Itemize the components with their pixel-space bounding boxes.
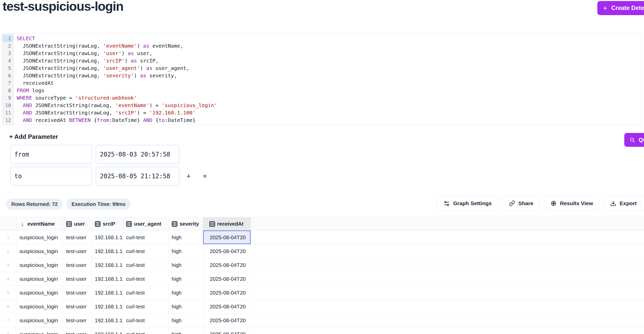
- column-header-eventname[interactable]: ↓ eventName: [16, 217, 63, 230]
- column-header-severity[interactable]: severity: [169, 217, 203, 230]
- sql-editor[interactable]: 123456789101112 SELECT JSONExtractString…: [2, 33, 642, 125]
- share-button[interactable]: Share: [503, 196, 540, 211]
- table-cell[interactable]: curl-test: [123, 314, 169, 327]
- table-cell[interactable]: high: [169, 286, 203, 299]
- code-line[interactable]: AND receivedAt BETWEEN {from:DateTime} A…: [17, 117, 642, 124]
- table-cell[interactable]: test-user: [63, 244, 92, 258]
- table-cell[interactable]: 192.168.1.100: [92, 286, 123, 299]
- table-cell[interactable]: test-user: [63, 231, 92, 244]
- code-line[interactable]: JSONExtractString(rawLog, 'severity') as…: [17, 72, 642, 79]
- create-detection-button[interactable]: + Create Detect: [597, 1, 644, 15]
- param-name-input-to[interactable]: [10, 167, 92, 186]
- table-cell[interactable]: 2025-08-04T20: [203, 327, 251, 334]
- overflow-action-button[interactable]: [640, 196, 644, 211]
- table-cell[interactable]: suspicious_login: [16, 231, 63, 244]
- code-line[interactable]: WHERE sourceType = 'structured-webhook': [17, 94, 642, 102]
- table-cell[interactable]: 2025-08-04T20: [203, 300, 251, 313]
- table-cell[interactable]: high: [169, 327, 203, 334]
- param-name-input-from[interactable]: [10, 145, 92, 164]
- results-view-button[interactable]: Results View: [544, 196, 599, 211]
- table-cell[interactable]: high: [169, 300, 203, 313]
- row-number-header: [0, 217, 16, 230]
- table-cell[interactable]: 192.168.1.100: [92, 258, 123, 272]
- code-line[interactable]: JSONExtractString(rawLog, 'user') as use…: [17, 50, 642, 57]
- table-cell[interactable]: 192.168.1.100: [92, 314, 123, 327]
- table-cell[interactable]: high: [169, 272, 203, 286]
- table-cell[interactable]: test-user: [63, 327, 92, 334]
- code-line[interactable]: SELECT: [17, 35, 642, 42]
- table-cell[interactable]: 192.168.1.100: [92, 272, 123, 286]
- table-cell[interactable]: high: [169, 231, 203, 244]
- table-cell[interactable]: test-user: [63, 300, 92, 313]
- table-cell[interactable]: suspicious_login: [16, 286, 63, 299]
- table-cell[interactable]: 2025-08-04T20: [203, 272, 251, 286]
- param-value-input-to[interactable]: [96, 167, 179, 186]
- table-cell[interactable]: curl-test: [123, 231, 169, 244]
- table-cell[interactable]: 2025-08-04T20: [203, 314, 251, 327]
- column-header-useragent[interactable]: user_agent: [123, 217, 169, 230]
- row-number: 8: [0, 327, 16, 334]
- table-cell[interactable]: curl-test: [123, 258, 169, 272]
- table-cell[interactable]: 192.168.1.100: [92, 231, 123, 244]
- table-cell[interactable]: suspicious_login: [16, 314, 63, 327]
- export-button[interactable]: Export: [604, 196, 643, 211]
- table-cell[interactable]: curl-test: [123, 272, 169, 286]
- table-cell[interactable]: 192.168.1.100: [92, 327, 123, 334]
- column-header-user[interactable]: user: [63, 217, 92, 230]
- table-cell[interactable]: high: [169, 244, 203, 258]
- table-cell[interactable]: suspicious_login: [16, 327, 63, 334]
- code-line[interactable]: JSONExtractString(rawLog, 'user_agent') …: [17, 65, 642, 72]
- sort-descending-icon[interactable]: ↓: [19, 221, 25, 227]
- line-number: 9: [2, 94, 13, 102]
- query-button[interactable]: Qu: [624, 133, 644, 147]
- table-cell[interactable]: test-user: [63, 272, 92, 286]
- table-row: 1suspicious_logintest-user192.168.1.100c…: [0, 231, 644, 244]
- code-line[interactable]: AND JSONExtractString(rawLog, 'srcIP') =…: [17, 109, 642, 117]
- editor-code[interactable]: SELECT JSONExtractString(rawLog, 'eventN…: [14, 34, 642, 125]
- table-cell[interactable]: suspicious_login: [16, 244, 63, 258]
- text-column-icon: [172, 221, 178, 227]
- table-cell[interactable]: curl-test: [123, 300, 169, 313]
- code-line[interactable]: receivedAt: [17, 79, 642, 87]
- query-button-label: Qu: [639, 137, 644, 143]
- column-header-receivedat[interactable]: receivedAt: [203, 217, 251, 230]
- table-cell[interactable]: curl-test: [123, 286, 169, 299]
- code-line[interactable]: JSONExtractString(rawLog, 'srcIP') as sr…: [17, 57, 642, 65]
- table-cell[interactable]: 2025-08-04T20: [203, 231, 251, 244]
- add-parameter-button[interactable]: + Add Parameter: [9, 133, 58, 140]
- table-cell[interactable]: high: [169, 258, 203, 272]
- code-line[interactable]: JSONExtractString(rawLog, 'eventName') a…: [17, 42, 642, 50]
- row-filler: [251, 327, 644, 334]
- remove-parameter-row-button[interactable]: ×: [199, 167, 211, 186]
- table-cell[interactable]: 2025-08-04T20: [203, 286, 251, 299]
- table-cell[interactable]: test-user: [63, 314, 92, 327]
- link-icon: [509, 200, 515, 206]
- table-cell[interactable]: 192.168.1.100: [92, 244, 123, 258]
- add-parameter-row-button[interactable]: +: [183, 167, 194, 186]
- table-row: 7suspicious_logintest-user192.168.1.100c…: [0, 314, 644, 327]
- code-line[interactable]: AND JSONExtractString(rawLog, 'eventName…: [17, 102, 642, 109]
- table-cell[interactable]: suspicious_login: [16, 258, 63, 272]
- table-cell[interactable]: suspicious_login: [16, 300, 63, 313]
- line-number: 2: [2, 42, 13, 50]
- param-value-input-from[interactable]: [96, 145, 179, 164]
- table-cell[interactable]: high: [169, 314, 203, 327]
- results-table: ↓ eventName user srcIP user_agent severi…: [0, 217, 644, 334]
- line-number: 6: [2, 72, 13, 79]
- table-cell[interactable]: suspicious_login: [16, 272, 63, 286]
- text-column-icon: [95, 221, 101, 227]
- table-cell[interactable]: test-user: [63, 258, 92, 272]
- column-header-srcip[interactable]: srcIP: [92, 217, 123, 230]
- table-cell[interactable]: test-user: [63, 286, 92, 299]
- table-cell[interactable]: curl-test: [123, 244, 169, 258]
- code-line[interactable]: FROM logs: [17, 87, 642, 94]
- graph-settings-button[interactable]: Graph Settings: [437, 196, 498, 211]
- execution-time-badge: Execution Time: 99ms: [66, 199, 131, 210]
- table-cell[interactable]: curl-test: [123, 327, 169, 334]
- header-filler: [251, 217, 644, 230]
- table-cell[interactable]: 2025-08-04T20: [203, 258, 251, 272]
- table-cell[interactable]: 192.168.1.100: [92, 300, 123, 313]
- table-cell[interactable]: 2025-08-04T20: [203, 244, 251, 258]
- results-actions: Graph Settings Share Results View Export: [437, 196, 643, 211]
- eye-target-icon: [550, 200, 557, 206]
